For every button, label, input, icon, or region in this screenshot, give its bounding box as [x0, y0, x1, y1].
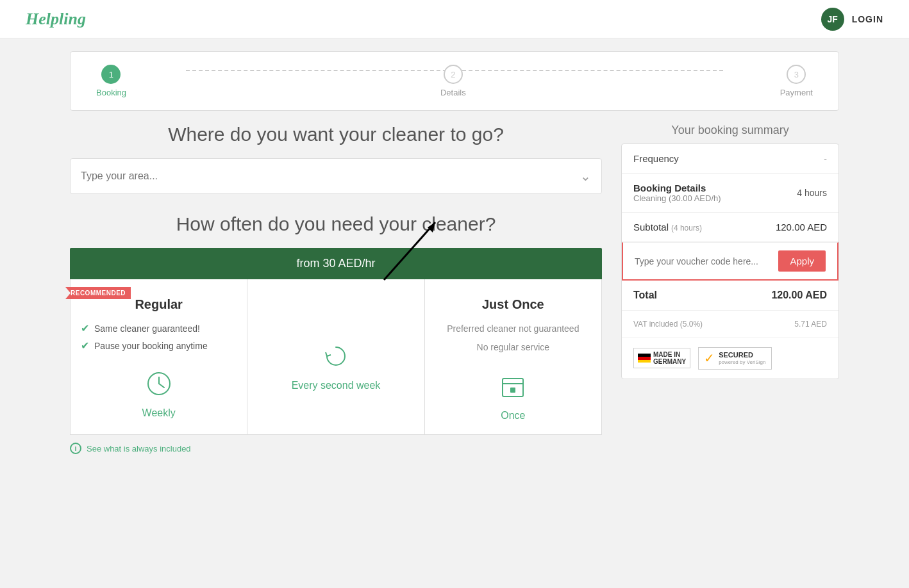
- right-panel: Your booking summary Frequency - Booking…: [621, 124, 839, 379]
- recommended-badge: RECOMMENDED: [65, 287, 131, 299]
- logo: Helpling: [26, 10, 86, 29]
- svg-line-2: [159, 384, 164, 388]
- regular-feature-1: ✔ Same cleaner guaranteed!: [81, 322, 237, 334]
- norton-badge: ✓ SECURED powered by VeriSign: [698, 347, 771, 370]
- norton-verisign-text: powered by VeriSign: [719, 359, 765, 366]
- subtotal-value: 120.00 AED: [776, 222, 827, 233]
- norton-secured-text: SECURED: [719, 350, 765, 359]
- vat-label: VAT included (5.0%): [633, 320, 703, 329]
- weekly-label: Weekly: [142, 407, 176, 419]
- info-icon: i: [70, 443, 81, 454]
- weekly-freq[interactable]: Weekly: [81, 371, 237, 419]
- frequency-cards: RECOMMENDED Regular ✔ Same cleaner guara…: [70, 279, 602, 435]
- step-details: 2 Details: [440, 65, 466, 97]
- just-once-card[interactable]: Just Once Preferred cleaner not guarante…: [425, 279, 601, 434]
- header-right: JF LOGIN: [821, 8, 883, 31]
- svg-rect-5: [510, 388, 515, 393]
- frequency-row-label: Frequency: [633, 153, 679, 164]
- vat-row: VAT included (5.0%) 5.71 AED: [622, 311, 838, 338]
- content-area: Where do you want your cleaner to go? ⌄ …: [70, 124, 839, 454]
- check-icon-2: ✔: [81, 339, 89, 352]
- total-label: Total: [633, 290, 657, 301]
- booking-details-label: Booking Details: [633, 183, 721, 193]
- apply-voucher-button[interactable]: Apply: [778, 250, 826, 272]
- german-flag-icon: [638, 354, 651, 363]
- regular-feature-1-text: Same cleaner guaranteed!: [94, 323, 200, 334]
- summary-box: Frequency - Booking Details Cleaning (30…: [621, 143, 839, 379]
- chevron-down-icon: ⌄: [580, 168, 591, 184]
- footer-note[interactable]: i See what is always included: [70, 443, 602, 454]
- step-2-label: Details: [440, 88, 466, 97]
- step-3-label: Payment: [780, 88, 813, 97]
- login-button[interactable]: LOGIN: [852, 14, 883, 24]
- flag-gold: [638, 360, 651, 363]
- esw-freq[interactable]: Every second week: [258, 343, 413, 391]
- refresh-icon: [323, 343, 349, 375]
- step-booking: 1 Booking: [96, 65, 126, 97]
- clock-icon: [146, 371, 172, 402]
- frequency-section-title: How often do you need your cleaner?: [70, 213, 602, 235]
- made-in-text: MADE IN GERMANY: [653, 351, 686, 365]
- step-1-circle: 1: [101, 65, 121, 84]
- voucher-input[interactable]: [635, 250, 773, 272]
- regular-feature-2-text: Pause your booking anytime: [94, 341, 208, 351]
- booking-details-left: Booking Details Cleaning (30.00 AED/h): [633, 183, 721, 203]
- booking-details-sub: Cleaning (30.00 AED/h): [633, 193, 721, 203]
- booking-details-row: Booking Details Cleaning (30.00 AED/h) 4…: [622, 174, 838, 213]
- frequency-row-value: -: [824, 154, 827, 164]
- calendar-icon: [500, 373, 526, 405]
- regular-card[interactable]: RECOMMENDED Regular ✔ Same cleaner guara…: [71, 279, 247, 434]
- check-icon-1: ✔: [81, 322, 89, 334]
- annotation-area: from 30 AED/hr RECOMMENDED Regular ✔ Sam…: [70, 248, 602, 435]
- area-input-wrapper[interactable]: ⌄: [70, 158, 602, 194]
- left-panel: Where do you want your cleaner to go? ⌄ …: [70, 124, 602, 454]
- voucher-row: Apply: [622, 242, 838, 281]
- just-once-title: Just Once: [435, 297, 591, 312]
- regular-card-title: Regular: [81, 297, 237, 312]
- made-in-germany-badge: MADE IN GERMANY: [633, 348, 690, 368]
- area-section-title: Where do you want your cleaner to go?: [70, 124, 602, 145]
- step-2-circle: 2: [444, 65, 463, 84]
- norton-check-icon: ✓: [704, 350, 715, 366]
- once-freq[interactable]: Once: [435, 373, 591, 421]
- vat-value: 5.71 AED: [794, 320, 827, 329]
- subtotal-row: Subtotal (4 hours) 120.00 AED: [622, 213, 838, 242]
- subtotal-label: Subtotal: [633, 222, 669, 233]
- booking-details-hours: 4 hours: [797, 188, 827, 198]
- subtotal-left: Subtotal (4 hours): [633, 222, 702, 233]
- summary-title: Your booking summary: [621, 124, 839, 137]
- progress-steps: 1 Booking 2 Details 3 Payment: [70, 51, 839, 111]
- subtotal-hours: (4 hours): [671, 224, 702, 233]
- trust-badges: MADE IN GERMANY ✓ SECURED powered by Ver…: [622, 338, 838, 379]
- avatar: JF: [821, 8, 844, 31]
- esw-label: Every second week: [292, 380, 381, 391]
- every-second-week-card[interactable]: Every second week: [247, 279, 424, 434]
- header: Helpling JF LOGIN: [0, 0, 909, 38]
- step-payment: 3 Payment: [780, 65, 813, 97]
- norton-text: SECURED powered by VeriSign: [719, 350, 765, 366]
- area-input[interactable]: [81, 170, 580, 182]
- regular-feature-2: ✔ Pause your booking anytime: [81, 339, 237, 352]
- step-1-label: Booking: [96, 88, 126, 97]
- total-row: Total 120.00 AED: [622, 281, 838, 311]
- price-banner: from 30 AED/hr: [70, 248, 602, 279]
- total-value: 120.00 AED: [771, 290, 827, 301]
- frequency-row: Frequency -: [622, 144, 838, 174]
- step-3-circle: 3: [787, 65, 806, 84]
- once-label: Once: [501, 410, 525, 421]
- footer-note-text: See what is always included: [87, 444, 191, 453]
- just-once-note-2: No regular service: [435, 341, 591, 354]
- just-once-note-1: Preferred cleaner not guaranteed: [435, 322, 591, 336]
- main-container: 1 Booking 2 Details 3 Payment Where do y…: [44, 38, 865, 467]
